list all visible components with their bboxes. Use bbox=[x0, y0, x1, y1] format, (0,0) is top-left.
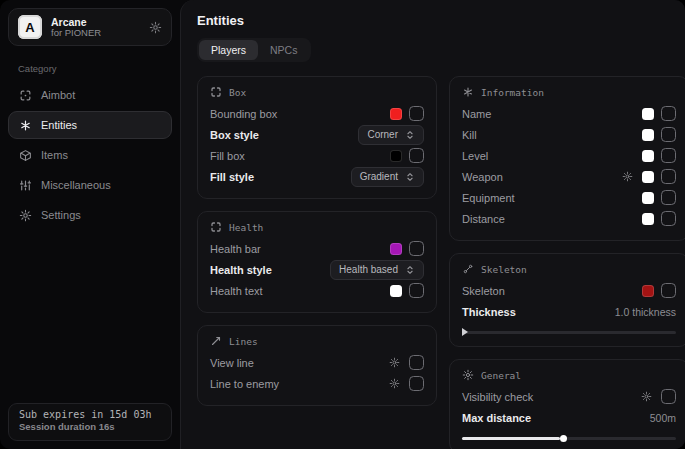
color-swatch[interactable] bbox=[642, 108, 654, 120]
setting-row-thickness: Thickness 1.0 thickness bbox=[462, 301, 676, 322]
checkbox[interactable] bbox=[661, 148, 676, 163]
category-label: Category bbox=[18, 63, 162, 74]
sidebar-item-miscellaneous[interactable]: Miscellaneous bbox=[8, 171, 172, 199]
setting-row-skeleton: Skeleton bbox=[462, 280, 676, 301]
max-distance-slider[interactable] bbox=[462, 434, 676, 441]
panel-general: General Visibility check Max distance 50… bbox=[449, 359, 685, 449]
bone-icon bbox=[462, 263, 474, 275]
max-distance-value: 500m bbox=[650, 412, 676, 424]
setting-row-health-text: Health text bbox=[210, 280, 424, 301]
corner-brackets-icon bbox=[210, 86, 222, 98]
page-title: Entities bbox=[197, 13, 685, 28]
panel-title: Information bbox=[481, 87, 544, 98]
panel-lines: Lines View line Line to enemy bbox=[197, 325, 437, 406]
setting-row-fill-style: Fill style Gradient bbox=[210, 166, 424, 187]
tab-players[interactable]: Players bbox=[199, 40, 258, 60]
setting-row-name: Name bbox=[462, 103, 676, 124]
panel-title: Box bbox=[229, 87, 246, 98]
checkbox[interactable] bbox=[661, 211, 676, 226]
cube-icon bbox=[19, 149, 32, 162]
app-logo: A bbox=[18, 15, 42, 39]
box-style-dropdown[interactable]: Corner bbox=[358, 125, 424, 145]
sliders-icon bbox=[19, 179, 32, 192]
gear-icon bbox=[19, 209, 32, 222]
checkbox[interactable] bbox=[661, 169, 676, 184]
panel-title: Skeleton bbox=[481, 264, 527, 275]
setting-row-level: Level bbox=[462, 145, 676, 166]
sidebar-item-label: Aimbot bbox=[41, 89, 75, 101]
sidebar-item-entities[interactable]: Entities bbox=[8, 111, 172, 139]
app-window: A Arcane for PIONER Category Aimbot bbox=[0, 0, 685, 449]
color-swatch[interactable] bbox=[390, 285, 402, 297]
gear-icon[interactable] bbox=[641, 391, 652, 402]
app-title: Arcane bbox=[51, 16, 140, 28]
gear-icon[interactable] bbox=[389, 357, 400, 368]
app-subtitle: for PIONER bbox=[51, 28, 140, 39]
gear-icon[interactable] bbox=[149, 21, 162, 34]
diagonal-line-icon bbox=[210, 335, 222, 347]
sub-expires-text: Sub expires in 15d 03h bbox=[19, 409, 161, 420]
checkbox[interactable] bbox=[409, 148, 424, 163]
color-swatch[interactable] bbox=[642, 285, 654, 297]
color-swatch[interactable] bbox=[642, 213, 654, 225]
panel-information: Information Name Kill bbox=[449, 76, 685, 241]
setting-row-kill: Kill bbox=[462, 124, 676, 145]
setting-row-health-bar: Health bar bbox=[210, 238, 424, 259]
setting-row-line-to-enemy: Line to enemy bbox=[210, 373, 424, 394]
setting-row-view-line: View line bbox=[210, 352, 424, 373]
color-swatch[interactable] bbox=[642, 171, 654, 183]
fill-style-dropdown[interactable]: Gradient bbox=[351, 167, 424, 187]
panel-box: Box Bounding box Box style Corner bbox=[197, 76, 437, 199]
checkbox[interactable] bbox=[661, 190, 676, 205]
setting-row-max-distance: Max distance 500m bbox=[462, 407, 676, 428]
setting-row-distance: Distance bbox=[462, 208, 676, 229]
crosshair-icon bbox=[19, 89, 32, 102]
slider-thumb[interactable] bbox=[560, 435, 567, 442]
gear-icon bbox=[462, 369, 474, 381]
panel-title: General bbox=[481, 370, 521, 381]
panel-skeleton: Skeleton Skeleton Thickness 1.0 thicknes… bbox=[449, 253, 685, 347]
checkbox[interactable] bbox=[409, 376, 424, 391]
checkbox[interactable] bbox=[409, 283, 424, 298]
entity-tabs: Players NPCs bbox=[197, 38, 311, 62]
checkbox[interactable] bbox=[661, 106, 676, 121]
checkbox[interactable] bbox=[661, 283, 676, 298]
sidebar-item-label: Settings bbox=[41, 209, 81, 221]
checkbox[interactable] bbox=[409, 355, 424, 370]
sidebar: A Arcane for PIONER Category Aimbot bbox=[0, 0, 180, 449]
color-swatch[interactable] bbox=[642, 150, 654, 162]
brand-card: A Arcane for PIONER bbox=[8, 8, 172, 46]
health-style-dropdown[interactable]: Health based bbox=[330, 260, 424, 280]
entities-icon bbox=[462, 86, 474, 98]
checkbox[interactable] bbox=[661, 127, 676, 142]
gear-icon[interactable] bbox=[389, 378, 400, 389]
setting-row-equipment: Equipment bbox=[462, 187, 676, 208]
checkbox[interactable] bbox=[661, 389, 676, 404]
checkbox[interactable] bbox=[409, 241, 424, 256]
color-swatch[interactable] bbox=[642, 129, 654, 141]
sidebar-item-items[interactable]: Items bbox=[8, 141, 172, 169]
gear-icon[interactable] bbox=[622, 171, 633, 182]
sidebar-item-settings[interactable]: Settings bbox=[8, 201, 172, 229]
color-swatch[interactable] bbox=[390, 150, 402, 162]
corner-brackets-icon bbox=[210, 221, 222, 233]
color-swatch[interactable] bbox=[642, 192, 654, 204]
panel-title: Health bbox=[229, 222, 263, 233]
tab-npcs[interactable]: NPCs bbox=[258, 40, 309, 60]
sidebar-item-label: Entities bbox=[41, 119, 77, 131]
checkbox[interactable] bbox=[409, 106, 424, 121]
thickness-slider[interactable] bbox=[462, 328, 676, 335]
subscription-card: Sub expires in 15d 03h Session duration … bbox=[8, 403, 172, 441]
sidebar-item-aimbot[interactable]: Aimbot bbox=[8, 81, 172, 109]
color-swatch[interactable] bbox=[390, 108, 402, 120]
setting-row-bounding-box: Bounding box bbox=[210, 103, 424, 124]
color-swatch[interactable] bbox=[390, 243, 402, 255]
sidebar-nav: Aimbot Entities Items Miscellaneous bbox=[8, 81, 172, 229]
setting-row-visibility-check: Visibility check bbox=[462, 386, 676, 407]
selector-icon bbox=[405, 172, 415, 182]
setting-row-weapon: Weapon bbox=[462, 166, 676, 187]
selector-icon bbox=[405, 265, 415, 275]
panel-health: Health Health bar Health style Health ba… bbox=[197, 211, 437, 313]
slider-thumb[interactable] bbox=[462, 328, 468, 336]
selector-icon bbox=[405, 130, 415, 140]
